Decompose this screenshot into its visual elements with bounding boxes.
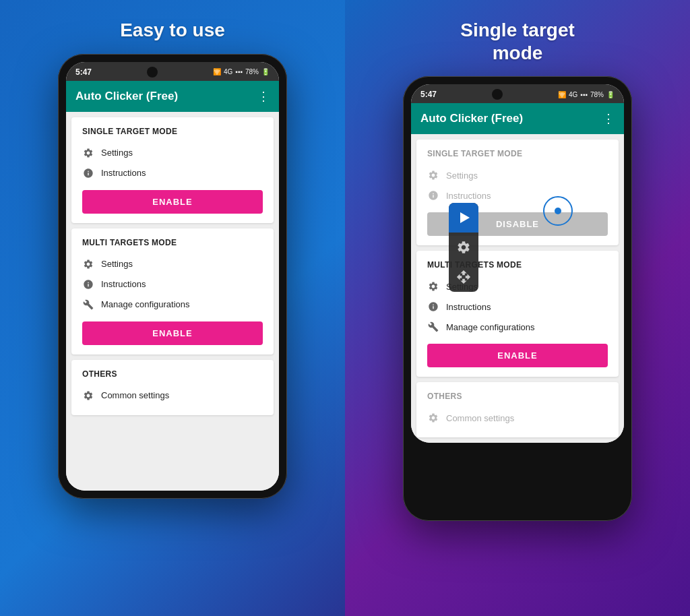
right-common-settings-item[interactable]: Common settings [427,408,608,428]
left-settings-label-1: Settings [101,148,133,158]
left-gear-icon-2 [82,258,94,270]
left-panel: Easy to use 5:47 🛜 4G ▪▪▪ 78% 🔋 Auto Cli… [0,0,345,616]
left-info-icon-1 [82,167,94,179]
left-instructions-item-2[interactable]: Instructions [82,274,263,295]
right-wrench-icon [427,321,439,333]
right-others-title: OTHERS [427,392,608,401]
left-wrench-icon [82,299,94,311]
right-gear-icon-1 [427,169,439,181]
right-status-time: 5:47 [420,90,437,99]
right-info-icon-2 [427,301,439,313]
left-multi-target-title: MULTI TARGETS MODE [82,238,263,247]
left-common-settings-label: Common settings [101,390,169,400]
right-phone-content: SINGLE TARGET MODE Settings Instruction [411,134,624,443]
right-camera-notch [492,89,503,100]
right-menu-button[interactable]: ⋮ [602,111,615,126]
right-floating-move-button[interactable] [449,262,478,292]
right-floating-gear-button[interactable] [449,233,478,262]
left-app-title: Auto Clicker (Free) [75,90,178,103]
left-manage-item[interactable]: Manage configurations [82,295,263,315]
right-floating-controls [449,203,478,292]
right-target-circle [543,196,573,226]
left-others-card: OTHERS Common settings [71,360,274,415]
right-floating-gear-icon [456,240,471,255]
left-single-target-title: SINGLE TARGET MODE [82,127,263,136]
left-common-settings-item[interactable]: Common settings [82,386,263,406]
left-single-target-card: SINGLE TARGET MODE Settings Instructions [71,117,274,223]
right-status-icons: 🛜 4G ▪▪▪ 78% 🔋 [558,91,615,98]
left-menu-button[interactable]: ⋮ [257,89,270,104]
right-target-dot [555,208,561,214]
right-phone-wrapper: 5:47 🛜 4G ▪▪▪ 78% 🔋 Auto Clicker (Free) … [403,76,632,521]
left-instructions-label-2: Instructions [101,279,146,289]
right-manage-item[interactable]: Manage configurations [427,317,608,337]
left-instructions-label-1: Instructions [101,168,146,178]
right-common-settings-label: Common settings [446,413,514,423]
left-title: Easy to use [100,0,245,54]
left-status-time: 5:47 [75,67,92,77]
left-phone-content: SINGLE TARGET MODE Settings Instructions [66,112,279,491]
left-settings-item-1[interactable]: Settings [82,143,263,163]
left-info-icon-2 [82,278,94,290]
right-settings-item-1[interactable]: Settings [427,165,608,185]
right-title: Single target mode [440,0,595,76]
left-status-icons: 🛜 4G ▪▪▪ 78% 🔋 [213,68,270,75]
left-status-bar: 5:47 🛜 4G ▪▪▪ 78% 🔋 [66,62,279,81]
left-camera-notch [147,67,158,78]
left-enable-button-1[interactable]: ENABLE [82,190,263,214]
right-single-target-title: SINGLE TARGET MODE [427,149,608,158]
right-gear-icon-3 [427,412,439,424]
right-app-bar: Auto Clicker (Free) ⋮ [411,103,624,134]
right-app-title: Auto Clicker (Free) [420,112,523,125]
left-phone: 5:47 🛜 4G ▪▪▪ 78% 🔋 Auto Clicker (Free) … [58,54,287,499]
right-instructions-label-2: Instructions [446,302,491,312]
left-gear-icon-3 [82,390,94,402]
right-multi-target-card: MULTI TARGETS MODE Settings Instruction [416,251,619,377]
left-settings-label-2: Settings [101,259,133,269]
right-play-button[interactable] [449,203,478,233]
right-info-icon-1 [427,189,439,202]
right-panel: Single target mode 5:47 🛜 4G ▪▪▪ 78% 🔋 [345,0,690,616]
right-play-icon [460,212,470,223]
left-manage-label: Manage configurations [101,299,190,309]
right-settings-label-1: Settings [446,171,478,181]
left-multi-target-card: MULTI TARGETS MODE Settings Instructions [71,228,274,355]
left-settings-item-2[interactable]: Settings [82,254,263,274]
right-gear-icon-2 [427,280,439,292]
left-gear-icon-1 [82,147,94,159]
right-status-bar: 5:47 🛜 4G ▪▪▪ 78% 🔋 [411,84,624,103]
right-single-target-card: SINGLE TARGET MODE Settings Instruction [416,140,619,245]
right-floating-move-icon [456,270,471,284]
left-app-bar: Auto Clicker (Free) ⋮ [66,81,279,112]
right-enable-button[interactable]: ENABLE [427,344,608,367]
right-others-card: OTHERS Common settings [416,382,619,437]
left-enable-button-2[interactable]: ENABLE [82,321,263,345]
right-phone: 5:47 🛜 4G ▪▪▪ 78% 🔋 Auto Clicker (Free) … [403,76,632,521]
left-instructions-item-1[interactable]: Instructions [82,163,263,183]
right-instructions-item-2[interactable]: Instructions [427,297,608,317]
right-manage-label: Manage configurations [446,322,535,332]
right-instructions-label-1: Instructions [446,191,491,201]
left-others-title: OTHERS [82,369,263,379]
